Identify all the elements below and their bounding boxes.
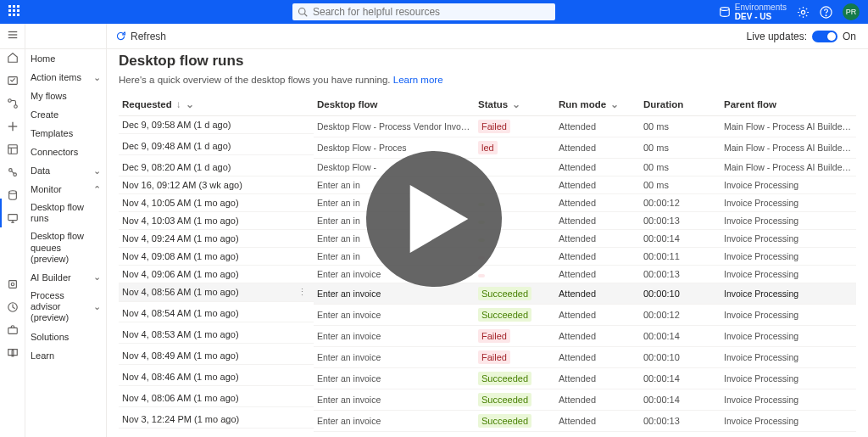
cell-duration: 00:00:12 bbox=[640, 305, 721, 326]
my-flows-icon[interactable] bbox=[7, 98, 19, 109]
nav-process-advisor[interactable]: Process advisor (preview)⌄ bbox=[25, 287, 106, 328]
table-row[interactable]: Dec 9, 08:20 AM (1 d ago) Desktop Flow -… bbox=[119, 159, 856, 176]
cell-duration: 00 ms bbox=[640, 137, 721, 159]
cell-mode: Attended bbox=[555, 368, 640, 389]
nav-create[interactable]: Create bbox=[25, 105, 106, 124]
cell-parent: Invoice Processing bbox=[721, 389, 856, 411]
cell-mode: Attended bbox=[555, 194, 640, 212]
ai-builder-icon[interactable] bbox=[7, 278, 19, 290]
live-updates-toggle[interactable] bbox=[812, 31, 837, 42]
cell-mode: Attended bbox=[555, 389, 640, 411]
cell-requested: Nov 4, 09:24 AM (1 mo ago) bbox=[119, 230, 314, 248]
refresh-button[interactable]: Refresh bbox=[115, 31, 166, 42]
table-row[interactable]: Nov 4, 08:53 AM (1 mo ago) Enter an invo… bbox=[119, 326, 856, 347]
cell-parent: Invoice Processing bbox=[721, 212, 856, 230]
status-badge bbox=[478, 274, 485, 277]
page-subtitle: Here's a quick overview of the desktop f… bbox=[119, 75, 856, 85]
table-row[interactable]: Nov 4, 08:46 AM (1 mo ago) Enter an invo… bbox=[119, 368, 856, 389]
cell-requested: Nov 4, 08:54 AM (1 mo ago) bbox=[119, 305, 314, 322]
col-desktop-flow[interactable]: Desktop flow bbox=[314, 93, 475, 116]
status-badge: Succeeded bbox=[478, 308, 531, 322]
nav-solutions[interactable]: Solutions bbox=[25, 328, 106, 346]
connectors-icon[interactable] bbox=[7, 166, 19, 178]
nav-learn[interactable]: Learn bbox=[25, 346, 106, 365]
table-row[interactable]: Nov 4, 08:56 AM (1 mo ago)⋮ Enter an inv… bbox=[119, 283, 856, 305]
row-more-icon[interactable]: ⋮ bbox=[294, 287, 310, 298]
cell-duration: 00:00:14 bbox=[640, 230, 721, 248]
cell-parent: Invoice Processing bbox=[721, 326, 856, 347]
nav-data[interactable]: Data⌄ bbox=[25, 161, 106, 180]
live-updates: Live updates: On bbox=[747, 31, 856, 42]
svg-line-19 bbox=[11, 171, 14, 174]
table-row[interactable]: Nov 4, 08:54 AM (1 mo ago) Enter an invo… bbox=[119, 305, 856, 326]
nav-ai-builder[interactable]: AI Builder⌄ bbox=[25, 268, 106, 287]
create-icon[interactable] bbox=[7, 120, 19, 132]
table-row[interactable]: Dec 9, 09:58 AM (1 d ago) Desktop Flow -… bbox=[119, 116, 856, 137]
sidebar: Home Action items⌄ My flows Create Templ… bbox=[25, 24, 107, 437]
cell-requested: Nov 4, 08:49 AM (1 mo ago) bbox=[119, 347, 314, 365]
status-badge: Failed bbox=[478, 329, 510, 343]
solutions-icon[interactable] bbox=[7, 324, 19, 336]
chevron-down-icon: ⌄ bbox=[93, 272, 101, 283]
cell-duration: 00:00:12 bbox=[640, 194, 721, 212]
video-play-button[interactable] bbox=[366, 151, 502, 287]
table-row[interactable]: Dec 9, 09:48 AM (1 d ago) Desktop Flow -… bbox=[119, 137, 856, 159]
nav-templates[interactable]: Templates bbox=[25, 124, 106, 143]
nav-home[interactable]: Home bbox=[25, 49, 106, 68]
status-badge: Succeeded bbox=[478, 287, 531, 300]
chevron-down-icon: ⌄ bbox=[93, 301, 101, 312]
cell-status bbox=[475, 159, 555, 176]
templates-icon[interactable] bbox=[7, 143, 19, 155]
process-advisor-icon[interactable] bbox=[7, 301, 19, 313]
cell-requested: Nov 4, 08:06 AM (1 mo ago) bbox=[119, 389, 314, 407]
col-duration[interactable]: Duration bbox=[640, 93, 721, 116]
nav-desktop-flow-runs[interactable]: Desktop flow runs bbox=[25, 199, 106, 227]
svg-point-5 bbox=[826, 14, 826, 15]
action-items-icon[interactable] bbox=[7, 75, 19, 87]
cell-duration: 00:00:10 bbox=[640, 283, 721, 305]
nav-monitor[interactable]: Monitor⌃ bbox=[25, 180, 106, 199]
cell-parent: Invoice Processing bbox=[721, 368, 856, 389]
col-status[interactable]: Status ⌄ bbox=[475, 93, 555, 116]
hamburger-icon[interactable] bbox=[7, 29, 19, 41]
col-parent-flow[interactable]: Parent flow bbox=[721, 93, 856, 116]
cell-parent: Invoice Processing bbox=[721, 194, 856, 212]
col-run-mode[interactable]: Run mode ⌄ bbox=[555, 93, 640, 116]
cell-status: led bbox=[475, 137, 555, 159]
cell-mode: Attended bbox=[555, 411, 640, 432]
table-row[interactable]: Nov 4, 08:06 AM (1 mo ago) Enter an invo… bbox=[119, 389, 856, 411]
cell-flow: Enter an invoice bbox=[314, 283, 475, 305]
app-launcher-icon[interactable] bbox=[8, 5, 22, 19]
environment-switcher[interactable]: Environments DEV - US bbox=[719, 3, 787, 21]
status-badge: Failed bbox=[478, 120, 510, 133]
search-input[interactable]: Search for helpful resources bbox=[292, 3, 555, 20]
nav-desktop-flow-queues[interactable]: Desktop flow queues (preview) bbox=[25, 227, 106, 268]
home-icon[interactable] bbox=[7, 52, 19, 64]
learn-icon[interactable] bbox=[7, 347, 19, 359]
gear-icon[interactable] bbox=[797, 6, 810, 19]
nav-action-items[interactable]: Action items⌄ bbox=[25, 68, 106, 87]
table-row[interactable]: Nov 4, 09:06 AM (1 mo ago) Enter an invo… bbox=[119, 266, 856, 283]
data-icon[interactable] bbox=[7, 189, 19, 201]
table-row[interactable]: Nov 4, 08:49 AM (1 mo ago) Enter an invo… bbox=[119, 347, 856, 368]
col-requested[interactable]: Requested ↓ ⌄ bbox=[119, 93, 314, 116]
table-header-row: Requested ↓ ⌄ Desktop flow Status ⌄ Run … bbox=[119, 93, 856, 116]
learn-more-link[interactable]: Learn more bbox=[393, 75, 443, 85]
nav-my-flows[interactable]: My flows bbox=[25, 87, 106, 105]
avatar[interactable]: PR bbox=[843, 3, 860, 20]
cell-parent: Invoice Processing bbox=[721, 305, 856, 326]
svg-rect-24 bbox=[8, 281, 16, 289]
page-title: Desktop flow runs bbox=[119, 53, 856, 70]
chevron-down-icon: ⌄ bbox=[512, 99, 520, 109]
table-row[interactable]: Nov 3, 12:24 PM (1 mo ago) Enter an invo… bbox=[119, 411, 856, 432]
nav-connectors[interactable]: Connectors bbox=[25, 143, 106, 161]
svg-point-20 bbox=[8, 191, 16, 194]
cell-status: Succeeded bbox=[475, 389, 555, 411]
cell-status bbox=[475, 266, 555, 283]
help-icon[interactable] bbox=[820, 6, 832, 19]
cell-mode: Attended bbox=[555, 326, 640, 347]
status-badge: Succeeded bbox=[478, 372, 531, 385]
cell-flow: Enter an invoice bbox=[314, 347, 475, 368]
monitor-icon[interactable] bbox=[7, 212, 19, 224]
svg-point-11 bbox=[14, 105, 17, 109]
